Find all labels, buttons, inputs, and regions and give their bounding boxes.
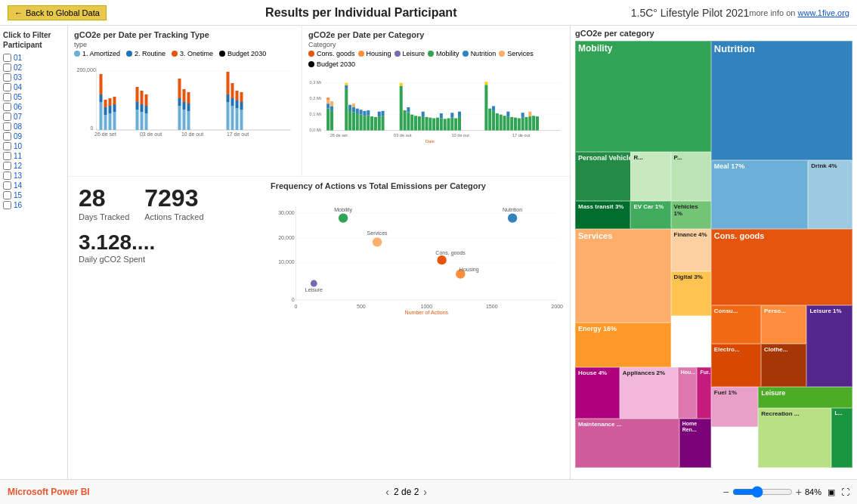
sidebar-item-08[interactable]: 08 [3,122,64,131]
zoom-bar: − + 84% ▣ ⛶ [723,486,849,498]
checkbox-01[interactable] [3,54,11,62]
svg-rect-35 [227,102,230,130]
top-bar: ← Back to Global Data Results per Indivi… [0,0,857,26]
sidebar-item-03[interactable]: 03 [3,73,64,82]
sidebar-item-09[interactable]: 09 [3,131,64,141]
svg-rect-28 [178,79,181,98]
sidebar-label-02: 02 [14,63,22,72]
legend-budget2030: Budget 2030 [308,60,355,68]
treemap-cell-electro[interactable]: Electro... [711,344,761,387]
next-page-button[interactable]: › [423,486,427,498]
svg-point-154 [508,213,517,222]
svg-rect-120 [506,116,509,131]
sidebar-item-05[interactable]: 05 [3,92,64,102]
checkbox-07[interactable] [3,113,11,121]
checkbox-10[interactable] [3,142,11,150]
svg-rect-121 [506,112,509,116]
sidebar-item-14[interactable]: 14 [3,181,64,190]
treemap-cell-house4[interactable]: House 4% [575,367,620,419]
svg-rect-64 [330,111,333,131]
sidebar-item-16[interactable]: 16 [3,200,64,210]
checkbox-09[interactable] [3,132,11,141]
checkbox-04[interactable] [3,83,11,91]
legend-routine: 2. Routine [126,50,166,57]
treemap-cell-clothe[interactable]: Clothe... [761,344,807,387]
treemap-cell-perso[interactable]: Perso... [761,305,807,344]
svg-text:0,3 Mi: 0,3 Mi [310,80,321,85]
svg-rect-98 [422,112,425,116]
svg-rect-63 [326,97,329,100]
svg-rect-105 [444,119,447,130]
treemap-cell-finance4[interactable]: Finance 4% [671,229,711,272]
svg-text:Date: Date [425,139,435,144]
more-info-link[interactable]: www.1five.org [798,8,849,17]
svg-rect-130 [532,116,535,130]
treemap-cell-vehicles1[interactable]: Vehicles 1% [671,201,711,229]
treemap-cell-mobility[interactable]: Mobility [575,41,711,152]
treemap-cell-meal17[interactable]: Meal 17% [711,160,808,228]
sidebar-item-10[interactable]: 10 [3,141,64,151]
checkbox-08[interactable] [3,122,11,131]
sidebar-item-15[interactable]: 15 [3,190,64,200]
sidebar-item-13[interactable]: 13 [3,171,64,181]
treemap-cell-hou[interactable]: Hou... [678,367,698,419]
checkbox-16[interactable] [3,201,11,209]
treemap-cell-homeren[interactable]: Home Ren... [679,419,711,468]
treemap-cell-nutrition[interactable]: Nutrition [711,41,852,160]
sidebar-label-09: 09 [14,132,22,141]
checkbox-12[interactable] [3,162,11,170]
svg-point-152 [339,213,348,222]
treemap-cell-fuel1[interactable]: Fuel 1% [711,387,758,428]
sidebar-label-16: 16 [14,201,22,209]
svg-text:0: 0 [292,297,295,302]
zoom-out-icon[interactable]: − [723,486,729,498]
checkbox-02[interactable] [3,63,11,72]
treemap-cell-consgoods[interactable]: Cons. goods [711,229,852,306]
treemap-cell-digital3[interactable]: Digital 3% [671,271,711,316]
back-button[interactable]: ← Back to Global Data [8,5,107,20]
sidebar-item-11[interactable]: 11 [3,151,64,161]
legend-onetime: 3. Onetime [172,50,213,57]
fit-icon[interactable]: ▣ [828,487,835,497]
treemap-cell-p[interactable]: P... [671,152,711,201]
checkbox-14[interactable] [3,181,11,190]
treemap-cell-maintenance[interactable]: Maintenance ... [575,419,679,468]
treemap-cell-l[interactable]: L... [831,408,852,468]
sidebar-item-02[interactable]: 02 [3,63,64,73]
svg-rect-23 [145,113,148,130]
treemap-cell-masstransit3[interactable]: Mass transit 3% [575,201,630,229]
svg-rect-81 [367,115,370,130]
sidebar-item-04[interactable]: 04 [3,82,64,92]
treemap-cell-consu[interactable]: Consu... [711,305,761,344]
fullscreen-icon[interactable]: ⛶ [841,487,849,496]
treemap-cell-recreation[interactable]: Recreation ... [758,408,831,468]
checkbox-05[interactable] [3,93,11,101]
sidebar-item-12[interactable]: 12 [3,161,64,171]
treemap-cell-evcar1[interactable]: EV Car 1% [630,201,670,229]
treemap-cell-r[interactable]: R... [630,152,670,201]
checkbox-15[interactable] [3,191,11,199]
legend-leisure: Leisure [394,50,425,57]
treemap-cell-energy16[interactable]: Energy 16% [575,323,671,367]
sidebar-label-05: 05 [14,93,22,101]
svg-rect-9 [104,107,107,115]
sidebar-item-06[interactable]: 06 [3,102,64,112]
zoom-slider[interactable] [732,486,793,498]
powerbi-link[interactable]: Microsoft Power BI [8,487,90,497]
prev-page-button[interactable]: ‹ [385,486,389,498]
treemap-cell-appliances2[interactable]: Appliances 2% [620,367,678,419]
checkbox-13[interactable] [3,172,11,180]
checkbox-06[interactable] [3,103,11,111]
checkbox-03[interactable] [3,73,11,82]
treemap-cell-services[interactable]: Services [575,229,671,323]
zoom-in-icon[interactable]: + [796,486,802,498]
amortized-dot [74,51,80,57]
sidebar-item-01[interactable]: 01 [3,53,64,63]
treemap-cell-leisure1[interactable]: Leisure 1% [806,305,852,386]
sidebar-item-07[interactable]: 07 [3,112,64,122]
svg-rect-126 [521,113,524,117]
checkbox-11[interactable] [3,152,11,160]
treemap-cell-leisure[interactable]: Leisure [758,387,852,408]
treemap-cell-fur[interactable]: Fur... [697,367,710,419]
treemap-cell-drink4[interactable]: Drink 4% [808,160,852,228]
